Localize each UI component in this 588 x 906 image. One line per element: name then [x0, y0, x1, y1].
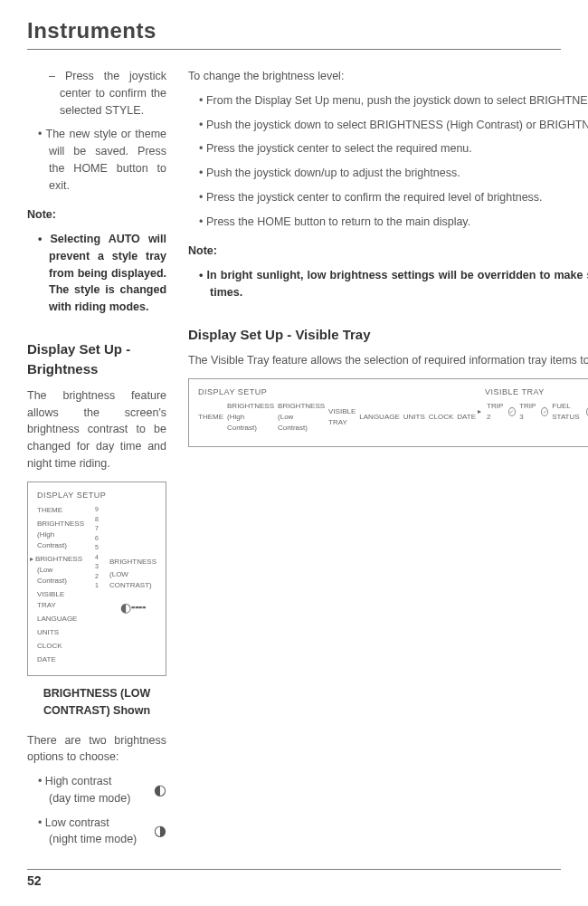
scale-tick: 5	[95, 543, 99, 553]
two-column-layout: Press the joystick center to confirm the…	[27, 68, 561, 855]
left-column: Press the joystick center to confirm the…	[27, 68, 166, 855]
brightness-label: BRIGHTNESS	[109, 557, 156, 567]
note-label: Note:	[27, 206, 166, 224]
body-text: There are two brightness options to choo…	[27, 732, 166, 767]
bullet: Push the joystick down to select BRIGHTN…	[210, 117, 588, 134]
note-body: In bright sunlight, low brightness setti…	[210, 267, 588, 301]
scale-tick: 4	[95, 553, 99, 563]
tray-item: TRIP 2✓	[485, 401, 516, 423]
scale-tick: 7	[95, 524, 99, 534]
low-contrast-icon: ◑	[154, 820, 166, 842]
menu-item: DATE	[457, 412, 476, 423]
scale-tick: 3	[95, 562, 99, 572]
menu-item: CLOCK	[37, 641, 84, 652]
tray-item-label: TRIP 3	[519, 401, 537, 423]
menu-item: LANGUAGE	[359, 412, 399, 423]
section-heading-visible-tray: Display Set Up - Visible Tray	[188, 325, 588, 346]
menu-item: BRIGHTNESS (High Contrast)	[37, 519, 84, 551]
menu-item: VISIBLE TRAY	[328, 406, 356, 428]
body-text: To change the brightness level:	[188, 68, 588, 85]
tray-item: FUEL STATUS✓	[552, 401, 588, 423]
menu-item: BRIGHTNESS (Low Contrast)	[278, 401, 325, 434]
bullet: Press the joystick center to confirm the…	[210, 189, 588, 206]
menu-item: BRIGHTNESS (High Contrast)	[227, 401, 274, 434]
section-heading-brightness: Display Set Up - Brightness	[27, 339, 166, 380]
bullet: Press the HOME button to return to the m…	[210, 214, 588, 231]
tray-item: TRIP 3✓	[519, 401, 548, 423]
scale-tick: 1	[95, 581, 99, 591]
brightness-sublabel: (LOW CONTRAST)	[109, 569, 156, 591]
brightness-figure: DISPLAY SETUP THEMEBRIGHTNESS (High Cont…	[27, 482, 166, 677]
visible-tray-figure: DISPLAY SETUP THEMEBRIGHTNESS (High Cont…	[188, 378, 588, 448]
scale-tick: 8	[95, 515, 99, 525]
check-icon: ✓	[508, 407, 516, 416]
menu-item: CLOCK	[429, 412, 454, 423]
scale-tick: 6	[95, 534, 99, 544]
body-text: The brightness feature allows the screen…	[27, 387, 166, 472]
figure-right-label: BRIGHTNESS (LOW CONTRAST) ◐╍╍	[109, 505, 156, 668]
tray-item-label: FUEL STATUS	[552, 401, 582, 423]
page-footer: 52	[27, 869, 561, 888]
tray-item-label: TRIP 2	[487, 401, 505, 423]
figure-title: DISPLAY SETUP	[37, 490, 156, 502]
menu-item: BRIGHTNESS (Low Contrast)	[37, 554, 84, 587]
figure-left-menu: DISPLAY SETUP THEMEBRIGHTNESS (High Cont…	[198, 386, 476, 440]
figure-caption: BRIGHTNESS (LOW CONTRAST) Shown	[27, 685, 166, 720]
menu-item: VISIBLE TRAY	[37, 589, 84, 611]
menu-item: UNITS	[37, 627, 84, 638]
figure-title: VISIBLE TRAY	[485, 386, 588, 399]
contrast-option-high: High contrast (day time mode) ◐	[49, 773, 166, 807]
page-number: 52	[27, 873, 561, 888]
menu-item: THEME	[198, 412, 223, 423]
contrast-label: High contrast	[49, 773, 154, 790]
menu-item: DATE	[37, 654, 84, 665]
contrast-label: Low contrast	[49, 815, 154, 832]
bullet: From the Display Set Up menu, push the j…	[210, 92, 588, 110]
bullet: Press the joystick center to select the …	[210, 140, 588, 157]
check-icon: ✓	[541, 407, 548, 416]
figure-menu-list: THEMEBRIGHTNESS (High Contrast)BRIGHTNES…	[37, 505, 84, 668]
note-body: Selecting AUTO will prevent a style tray…	[49, 231, 166, 316]
scale-tick: 2	[95, 572, 99, 582]
bullet: Push the joystick down/up to adjust the …	[210, 165, 588, 182]
contrast-sublabel: (day time mode)	[49, 790, 154, 807]
high-contrast-icon: ◐	[154, 779, 166, 801]
sub-bullet: Press the joystick center to confirm the…	[60, 68, 166, 119]
scale-tick: 9	[95, 505, 99, 515]
brightness-scale: 987654321	[91, 505, 102, 668]
bullet: The new style or theme will be saved. Pr…	[49, 126, 166, 194]
figure-title: DISPLAY SETUP	[198, 386, 476, 399]
figure-right-menu: VISIBLE TRAY TRIP 2✓TRIP 3✓FUEL STATUS✓T…	[485, 386, 588, 440]
menu-item: THEME	[37, 505, 84, 516]
menu-item: UNITS	[403, 412, 425, 423]
menu-item: LANGUAGE	[37, 614, 84, 625]
page-title: Instruments	[27, 18, 561, 50]
note-label: Note:	[188, 243, 588, 260]
right-column: To change the brightness level: From the…	[188, 68, 588, 855]
body-text: The Visible Tray feature allows the sele…	[188, 352, 588, 369]
gauge-icon: ◐╍╍	[120, 598, 146, 617]
contrast-sublabel: (night time mode)	[49, 831, 154, 848]
contrast-option-low: Low contrast (night time mode) ◑	[49, 815, 166, 849]
